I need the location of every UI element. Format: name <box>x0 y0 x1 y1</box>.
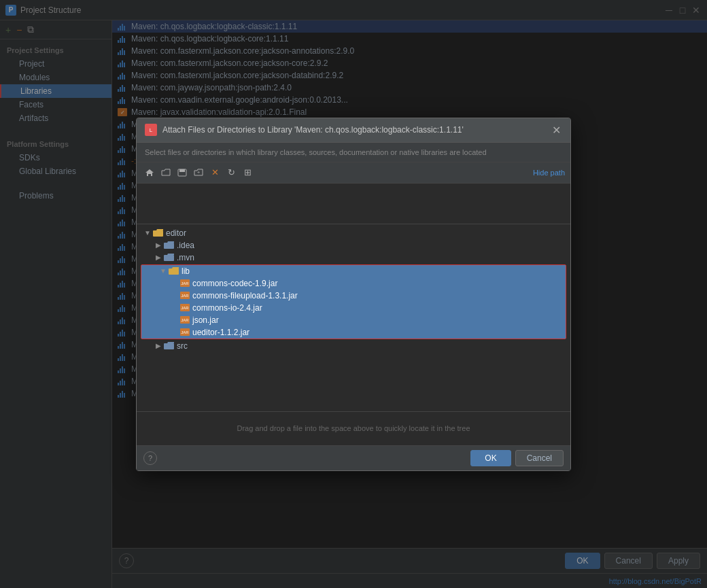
svg-marker-15 <box>169 267 179 269</box>
hide-path-button[interactable]: Hide path <box>533 169 565 177</box>
svg-marker-11 <box>164 241 174 243</box>
save-tool-button[interactable] <box>175 165 190 180</box>
file-tree[interactable]: editor .idea .mvn lib <box>137 224 570 411</box>
modal-icon: L <box>145 124 157 136</box>
tree-label: commons-fileupload-1.3.1.jar <box>192 291 298 300</box>
svg-text:L: L <box>150 127 153 133</box>
modal-cancel-button[interactable]: Cancel <box>515 450 564 466</box>
tree-item-jar1[interactable]: JAR commons-codec-1.9.jar <box>141 277 566 290</box>
tree-label: commons-codec-1.9.jar <box>192 279 277 288</box>
tree-label: json.jar <box>192 315 219 325</box>
svg-rect-10 <box>164 243 174 249</box>
svg-marker-9 <box>153 229 163 230</box>
modal-close-button[interactable]: ✕ <box>551 124 562 137</box>
tree-label: editor <box>166 228 186 238</box>
tree-item-jar4[interactable]: JAR json.jar <box>141 314 566 326</box>
attach-files-modal: L Attach Files or Directories to Library… <box>136 118 571 471</box>
modal-ok-button[interactable]: OK <box>470 450 511 466</box>
tree-label: lib <box>182 266 190 276</box>
folder-tool-button[interactable] <box>158 165 173 180</box>
tree-item-mvn[interactable]: .mvn <box>137 252 570 264</box>
svg-text:JAR: JAR <box>181 281 189 286</box>
tree-item-idea[interactable]: .idea <box>137 239 570 252</box>
home-tool-button[interactable] <box>142 165 157 180</box>
tree-item-editor[interactable]: editor <box>137 227 570 239</box>
path-input[interactable] <box>137 184 570 224</box>
modal-title: Attach Files or Directories to Library '… <box>162 125 551 135</box>
tree-item-lib[interactable]: lib <box>141 265 566 277</box>
new-folder-tool-button[interactable]: + <box>191 165 206 180</box>
svg-text:JAR: JAR <box>181 306 189 310</box>
modal-help-button[interactable]: ? <box>143 451 157 465</box>
tree-label: commons-io-2.4.jar <box>192 303 262 313</box>
delete-tool-button[interactable]: ✕ <box>207 165 222 180</box>
tree-arrow-editor <box>142 229 153 237</box>
tree-item-jar5[interactable]: JAR ueditor-1.1.2.jar <box>141 326 566 339</box>
tree-label: src <box>177 341 188 351</box>
tree-label: .mvn <box>177 253 194 262</box>
svg-text:+: + <box>197 169 201 175</box>
tree-item-src[interactable]: src <box>137 340 570 352</box>
refresh-tool-button[interactable]: ↻ <box>224 165 239 180</box>
drop-area-text: Drag and drop a file into the space abov… <box>237 424 470 432</box>
tree-label: .idea <box>177 241 194 250</box>
modal-overlay: L Attach Files or Directories to Library… <box>0 0 707 588</box>
tree-arrow-idea <box>153 241 164 249</box>
svg-marker-27 <box>164 342 174 343</box>
svg-text:JAR: JAR <box>181 318 189 322</box>
tree-arrow-src <box>153 342 164 349</box>
svg-text:JAR: JAR <box>181 294 189 298</box>
grid-tool-button[interactable]: ⊞ <box>240 165 255 180</box>
modal-toolbar: + ✕ ↻ ⊞ Hide path <box>137 162 570 184</box>
svg-rect-8 <box>153 230 163 237</box>
svg-rect-26 <box>164 343 174 349</box>
tree-arrow-lib <box>158 267 169 275</box>
svg-rect-14 <box>169 269 179 275</box>
modal-title-bar: L Attach Files or Directories to Library… <box>137 118 570 143</box>
drop-area: Drag and drop a file into the space abov… <box>137 411 570 445</box>
svg-marker-4 <box>145 169 154 176</box>
svg-text:JAR: JAR <box>181 330 189 334</box>
tree-item-jar3[interactable]: JAR commons-io-2.4.jar <box>141 302 566 314</box>
tree-arrow-mvn <box>153 254 164 261</box>
modal-subtitle: Select files or directories in which lib… <box>137 143 570 162</box>
tree-item-jar2[interactable]: JAR commons-fileupload-1.3.1.jar <box>141 290 566 302</box>
tree-label: ueditor-1.1.2.jar <box>192 328 249 337</box>
svg-rect-6 <box>179 169 185 172</box>
svg-rect-12 <box>164 255 174 261</box>
modal-footer: ? OK Cancel <box>137 445 570 470</box>
svg-marker-13 <box>164 254 174 255</box>
